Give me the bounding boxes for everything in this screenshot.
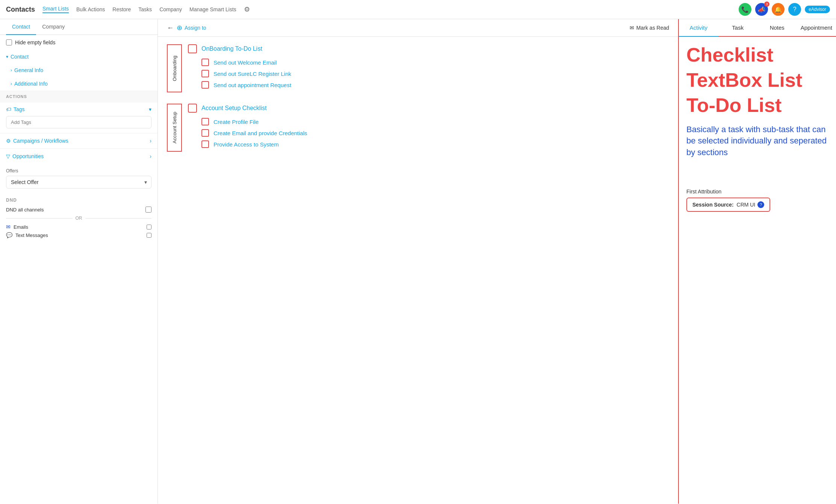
account-sub-label-3: Provide Access to System — [214, 141, 279, 148]
account-sub-checkbox-1[interactable] — [201, 118, 209, 125]
mark-as-read-label: Mark as Read — [636, 25, 669, 31]
sub-label-3: Send out appointment Request — [214, 82, 291, 88]
top-nav-links: Smart Lists Bulk Actions Restore Tasks C… — [42, 5, 250, 14]
chevron-down-icon-tags: ▾ — [149, 106, 151, 112]
mark-as-read-button[interactable]: ✉ Mark as Read — [630, 25, 669, 31]
chevron-right-icon-2: › — [11, 81, 12, 86]
general-info-header[interactable]: › General Info — [0, 63, 158, 77]
chevron-right-opps: › — [150, 153, 151, 159]
text-messages-checkbox[interactable] — [147, 233, 151, 238]
tags-label-group: 🏷 Tags — [6, 106, 25, 112]
help-button[interactable]: ? — [788, 3, 801, 16]
first-attribution-box: Session Source: CRM UI ? — [686, 198, 770, 212]
text-messages-label-group: 💬 Text Messages — [6, 232, 48, 238]
phone-button[interactable]: 📞 — [739, 3, 751, 16]
tab-contact[interactable]: Contact — [6, 19, 36, 35]
checklist-section-onboarding: Onboarding OnBoarding To-Do List Send ou… — [167, 44, 669, 92]
nav-manage-smart-lists[interactable]: Manage Smart Lists — [189, 6, 236, 12]
dnd-label: DND — [6, 198, 151, 203]
account-setup-main-label: Account Setup Checklist — [201, 105, 267, 112]
account-sub-item-3: Provide Access to System — [201, 140, 669, 148]
chevron-down-icon: ▾ — [6, 54, 8, 59]
tags-row[interactable]: 🏷 Tags ▾ — [0, 103, 158, 116]
hide-empty-label: Hide empty fields — [15, 39, 55, 45]
right-tabs: Activity Task Notes Appointment — [679, 19, 836, 37]
account-sub-item-1: Create Profile File — [201, 118, 669, 125]
tags-label: Tags — [14, 106, 25, 112]
sub-checkbox-1[interactable] — [201, 59, 209, 66]
tab-activity[interactable]: Activity — [679, 19, 718, 37]
phone-icon: 📞 — [741, 6, 749, 13]
toolbar-right: ✉ Mark as Read — [630, 25, 669, 31]
tags-input[interactable] — [6, 116, 151, 128]
chevron-right-icon: › — [11, 68, 12, 73]
account-setup-sub-items: Create Profile File Create Email and pro… — [201, 118, 669, 148]
offers-select[interactable]: Select Offer — [6, 176, 151, 189]
tab-company[interactable]: Company — [36, 19, 71, 35]
account-setup-items: Account Setup Checklist Create Profile F… — [188, 104, 669, 152]
onboarding-main-checkbox[interactable] — [188, 44, 197, 53]
emails-checkbox[interactable] — [147, 225, 151, 229]
nav-tasks[interactable]: Tasks — [138, 6, 152, 12]
onboarding-items: OnBoarding To-Do List Send out Welcome E… — [188, 44, 669, 92]
sub-checkbox-2[interactable] — [201, 70, 209, 77]
account-setup-main-checkbox[interactable] — [188, 104, 197, 113]
emails-label: Emails — [14, 224, 28, 230]
contact-section-header[interactable]: ▾ Contact — [0, 50, 158, 63]
megaphone-button[interactable]: 📣 3 — [755, 3, 768, 16]
top-nav-right: 📞 📣 3 🔔 ? eAdvisor — [739, 3, 830, 16]
triangle-icon: ▽ — [6, 153, 10, 159]
onboarding-main-item: OnBoarding To-Do List — [188, 44, 669, 53]
tab-appointment[interactable]: Appointment — [797, 19, 836, 37]
sub-checkbox-3[interactable] — [201, 81, 209, 89]
emails-channel-row: ✉ Emails — [6, 224, 151, 230]
back-button[interactable]: ← — [167, 24, 174, 32]
sub-label-2: Send out SureLC Register Link — [214, 71, 291, 77]
email-icon: ✉ — [6, 224, 11, 230]
main-layout: Contact Company Hide empty fields ▾ Cont… — [0, 19, 836, 504]
campaigns-label: Campaigns / Workflows — [13, 138, 68, 144]
help-circle-icon[interactable]: ? — [757, 201, 764, 208]
left-sidebar: Contact Company Hide empty fields ▾ Cont… — [0, 19, 158, 504]
nav-bulk-actions[interactable]: Bulk Actions — [76, 6, 105, 12]
additional-info-label: Additional Info — [14, 81, 48, 87]
right-panel-content: Checklist TextBox List To-Do List Basica… — [679, 37, 836, 504]
checklist-area: Onboarding OnBoarding To-Do List Send ou… — [158, 37, 678, 504]
opportunities-row[interactable]: ▽ Opportunities › — [0, 148, 158, 164]
account-setup-main-item: Account Setup Checklist — [188, 104, 669, 113]
hide-empty-checkbox[interactable] — [6, 39, 12, 45]
nav-restore[interactable]: Restore — [112, 6, 131, 12]
annotation-title-1: Checklist — [686, 44, 828, 66]
account-sub-checkbox-3[interactable] — [201, 140, 209, 148]
bell-icon: 🔔 — [774, 6, 782, 13]
or-divider: OR — [6, 216, 151, 221]
assign-to-button[interactable]: ⊕ Assign to — [177, 24, 206, 32]
hide-empty-fields-row: Hide empty fields — [0, 35, 158, 50]
megaphone-badge: 3 — [764, 2, 769, 7]
additional-info-header[interactable]: › Additional Info — [0, 77, 158, 91]
nav-company[interactable]: Company — [159, 6, 182, 12]
contact-section-label: Contact — [11, 54, 29, 60]
gear-icon-campaigns: ⚙ — [6, 138, 11, 144]
actions-header: ACTIONS — [0, 91, 158, 103]
annotation-title-2: TextBox List — [686, 69, 828, 91]
tab-notes[interactable]: Notes — [757, 19, 797, 37]
middle-toolbar: ← ⊕ Assign to ✉ Mark as Read — [158, 19, 678, 37]
dnd-all-channels-label: DND all channels — [6, 207, 44, 213]
settings-button[interactable]: ⚙ — [244, 5, 250, 14]
bell-button[interactable]: 🔔 — [772, 3, 785, 16]
campaigns-row[interactable]: ⚙ Campaigns / Workflows › — [0, 133, 158, 148]
session-source-key: Session Source: — [692, 202, 734, 208]
campaigns-label-group: ⚙ Campaigns / Workflows — [6, 138, 68, 144]
checklist-sub-item-1: Send out Welcome Email — [201, 59, 669, 66]
or-text: OR — [76, 216, 82, 221]
user-pill[interactable]: eAdvisor — [805, 6, 830, 13]
nav-smart-lists[interactable]: Smart Lists — [42, 6, 69, 13]
dnd-all-checkbox[interactable] — [145, 207, 151, 213]
first-attribution-label: First Attribution — [686, 189, 828, 195]
app-title: Contacts — [6, 6, 35, 14]
text-messages-label: Text Messages — [15, 232, 48, 238]
contact-company-tabs: Contact Company — [0, 19, 158, 35]
tab-task[interactable]: Task — [718, 19, 758, 37]
account-sub-checkbox-2[interactable] — [201, 129, 209, 137]
